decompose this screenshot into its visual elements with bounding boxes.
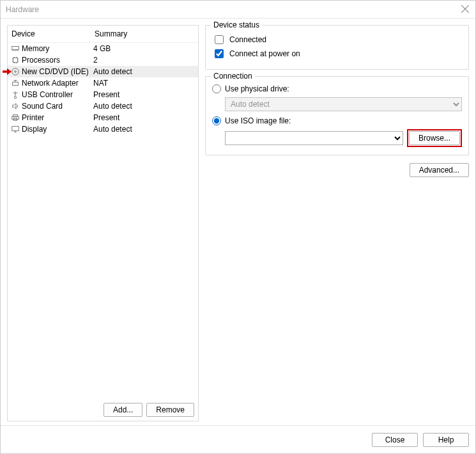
use-physical-row[interactable]: Use physical drive:: [212, 84, 462, 93]
use-iso-radio[interactable]: [212, 116, 221, 125]
device-list-panel: Device Summary Memory4 GBProcessors2New …: [7, 25, 199, 421]
device-row-memory[interactable]: Memory4 GB: [8, 43, 198, 54]
device-status-legend: Device status: [211, 20, 262, 29]
device-name: USB Controller: [22, 90, 93, 99]
red-arrow-callout: [3, 67, 12, 78]
browse-button[interactable]: Browse...: [409, 131, 460, 145]
device-status-group: Device status Connected Connect at power…: [205, 25, 469, 70]
device-name: Network Adapter: [22, 79, 93, 88]
cpu-icon: [10, 55, 20, 65]
device-row-new-cd-dvd-ide-[interactable]: New CD/DVD (IDE)Auto detect: [8, 66, 198, 77]
use-physical-label: Use physical drive:: [225, 84, 289, 93]
device-row-printer[interactable]: PrinterPresent: [8, 112, 198, 123]
device-summary: 4 GB: [93, 44, 196, 53]
device-summary: NAT: [93, 79, 196, 88]
close-icon[interactable]: [459, 3, 472, 15]
browse-highlight: Browse...: [407, 129, 462, 147]
prn-icon: [10, 113, 20, 123]
snd-icon: [10, 101, 20, 111]
device-summary: 2: [93, 56, 196, 65]
connected-label: Connected: [229, 35, 266, 44]
device-list-header: Device Summary: [8, 26, 198, 43]
connect-at-power-on-label: Connect at power on: [229, 49, 300, 58]
device-name: Display: [22, 125, 93, 134]
titlebar: Hardware: [1, 1, 475, 19]
right-panel: Device status Connected Connect at power…: [205, 25, 469, 421]
close-button[interactable]: Close: [372, 433, 418, 447]
device-list-body: Memory4 GBProcessors2New CD/DVD (IDE)Aut…: [8, 43, 198, 399]
connected-row[interactable]: Connected: [212, 33, 462, 46]
device-row-network-adapter[interactable]: Network AdapterNAT: [8, 77, 198, 89]
physical-drive-select[interactable]: Auto detect: [225, 97, 462, 111]
device-name: Sound Card: [22, 102, 93, 111]
device-summary: Present: [93, 113, 196, 122]
usb-icon: [10, 90, 20, 100]
device-name: New CD/DVD (IDE): [22, 67, 93, 76]
device-row-usb-controller[interactable]: USB ControllerPresent: [8, 89, 198, 100]
remove-button[interactable]: Remove: [146, 403, 194, 417]
dialog-footer: Close Help: [1, 425, 475, 453]
connect-poweron-row[interactable]: Connect at power on: [212, 47, 462, 60]
net-icon: [10, 78, 20, 88]
device-row-processors[interactable]: Processors2: [8, 54, 198, 66]
window-title: Hardware: [6, 5, 39, 14]
device-summary: Present: [93, 90, 196, 99]
device-row-sound-card[interactable]: Sound CardAuto detect: [8, 100, 198, 112]
col-summary[interactable]: Summary: [95, 29, 194, 38]
use-iso-row[interactable]: Use ISO image file:: [212, 116, 462, 125]
connection-legend: Connection: [211, 72, 255, 81]
use-iso-label: Use ISO image file:: [225, 116, 291, 125]
device-name: Printer: [22, 113, 93, 122]
device-row-display[interactable]: DisplayAuto detect: [8, 123, 198, 135]
disp-icon: [10, 124, 20, 134]
connected-checkbox[interactable]: [215, 35, 224, 44]
connection-group: Connection Use physical drive: Auto dete…: [205, 76, 469, 155]
device-name: Memory: [22, 44, 93, 53]
device-name: Processors: [22, 56, 93, 65]
device-summary: Auto detect: [93, 67, 196, 76]
connect-at-power-on-checkbox[interactable]: [215, 49, 224, 58]
cd-icon: [10, 67, 20, 77]
hardware-dialog: Hardware Device Summary Memory4 GBProces…: [0, 0, 476, 454]
device-summary: Auto detect: [93, 125, 196, 134]
iso-path-select[interactable]: [225, 131, 403, 145]
mem-icon: [10, 43, 20, 54]
device-summary: Auto detect: [93, 102, 196, 111]
col-device[interactable]: Device: [12, 29, 95, 38]
advanced-button[interactable]: Advanced...: [410, 163, 469, 177]
use-physical-radio[interactable]: [212, 84, 221, 93]
help-button[interactable]: Help: [423, 433, 469, 447]
add-button[interactable]: Add...: [104, 403, 142, 417]
